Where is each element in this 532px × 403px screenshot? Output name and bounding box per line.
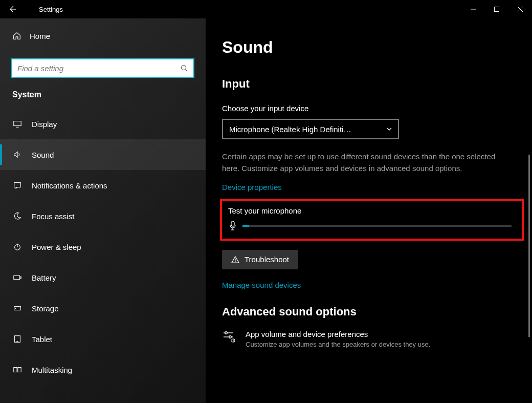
scrollbar[interactable] [528,155,530,337]
sidebar-section-title: System [0,87,206,109]
search-icon [180,64,188,72]
display-icon [12,119,23,129]
minimize-button[interactable] [461,1,485,17]
nav-item-label: Sound [32,151,54,159]
nav-item-label: Storage [32,304,59,313]
nav-item-notifications[interactable]: Notifications & actions [0,170,206,201]
adv-item-title: App volume and device preferences [246,330,430,338]
nav-item-sound[interactable]: Sound [0,139,206,170]
manage-sound-devices-link[interactable]: Manage sound devices [222,281,301,289]
svg-rect-11 [14,275,20,279]
window-title: Settings [25,6,63,13]
nav-item-label: Notifications & actions [32,181,107,190]
search-input[interactable] [11,58,194,78]
storage-icon [12,304,23,313]
sliders-icon [222,330,236,343]
section-heading-advanced: Advanced sound options [222,305,532,319]
svg-rect-12 [20,277,21,279]
svg-line-5 [186,70,188,72]
input-device-value: Microphone (Realtek High Definiti… [229,125,386,134]
nav-item-label: Multitasking [32,366,72,374]
nav-item-label: Power & sleep [32,243,81,251]
choose-input-label: Choose your input device [222,104,532,113]
home-icon [12,31,21,40]
svg-rect-6 [14,121,21,126]
nav-item-tablet[interactable]: Tablet [0,324,206,354]
test-microphone-label: Test your microphone [228,206,516,215]
nav-item-power-sleep[interactable]: Power & sleep [0,231,206,262]
nav-item-label: Battery [32,273,56,282]
svg-rect-18 [18,368,21,372]
nav-home[interactable]: Home [0,24,206,48]
battery-icon [12,273,23,282]
svg-rect-8 [14,183,21,187]
troubleshoot-label: Troubleshoot [245,255,289,264]
back-button[interactable] [0,0,25,18]
nav-item-label: Focus assist [32,212,74,221]
warning-icon [231,256,239,264]
input-device-dropdown[interactable]: Microphone (Realtek High Definiti… [222,119,399,139]
moon-icon [12,211,23,221]
adv-item-subtitle: Customize app volumes and the speakers o… [246,341,430,348]
notifications-icon [12,181,23,190]
svg-rect-1 [495,7,499,12]
svg-rect-17 [14,368,17,372]
svg-point-4 [182,66,186,70]
nav-item-focus-assist[interactable]: Focus assist [0,201,206,231]
svg-point-27 [229,335,231,337]
app-volume-preferences-row[interactable]: App volume and device preferences Custom… [222,330,508,348]
nav-item-storage[interactable]: Storage [0,293,206,324]
maximize-button[interactable] [485,1,508,17]
troubleshoot-button[interactable]: Troubleshoot [222,250,298,269]
svg-point-14 [15,308,16,309]
svg-point-23 [235,261,236,262]
input-description: Certain apps may be set up to use differ… [222,151,508,175]
power-icon [12,242,23,251]
nav-item-label: Tablet [32,335,52,344]
nav-item-label: Display [32,120,57,129]
svg-point-25 [225,331,227,333]
page-title: Sound [222,38,532,57]
close-button[interactable] [508,1,532,17]
multitasking-icon [12,365,23,374]
nav-item-display[interactable]: Display [0,109,206,139]
nav-home-label: Home [30,32,50,40]
sound-icon [12,150,23,159]
nav-item-battery[interactable]: Battery [0,262,206,293]
device-properties-link[interactable]: Device properties [222,183,282,192]
test-microphone-highlight: Test your microphone [220,199,524,241]
search-field[interactable] [17,64,180,73]
section-heading-input: Input [222,77,532,91]
svg-rect-19 [231,221,234,226]
microphone-level-meter [242,225,512,227]
microphone-icon [228,220,237,231]
tablet-icon [12,334,23,344]
nav-item-multitasking[interactable]: Multitasking [0,354,206,385]
chevron-down-icon [386,125,393,133]
